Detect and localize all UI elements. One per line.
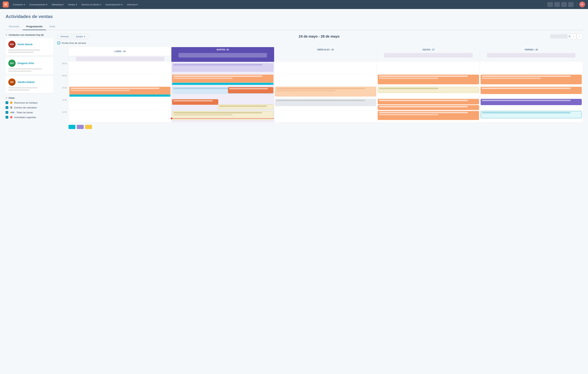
nav-automatizacion[interactable]: Automatización ▾ bbox=[103, 2, 125, 7]
legend-checkbox-hubspot[interactable]: ✓ bbox=[6, 101, 8, 104]
miercoles-badge bbox=[275, 53, 376, 57]
time-row-09-lunes bbox=[69, 74, 171, 86]
event-miercoles-10[interactable] bbox=[275, 87, 376, 97]
day-col-martes: MARTES -25 bbox=[171, 47, 274, 62]
tab-programacion[interactable]: Programación bbox=[23, 23, 46, 30]
events-col-martes: ▾ bbox=[171, 62, 274, 122]
contact-details bbox=[8, 87, 51, 91]
contact-header: KG Kevin García bbox=[8, 41, 51, 48]
event-viernes-10[interactable] bbox=[481, 87, 582, 94]
nav-action-btn-2[interactable] bbox=[554, 2, 560, 7]
event-line bbox=[482, 88, 571, 89]
time-row-10-miercoles bbox=[274, 86, 377, 98]
chevron-down-icon: ▼ bbox=[6, 34, 7, 36]
hide-weekends-checkbox[interactable]: ✓ bbox=[57, 42, 60, 44]
hubspot-logo[interactable]: H bbox=[3, 1, 9, 7]
nav-informes[interactable]: Informes ▾ bbox=[125, 2, 140, 7]
day-header-lunes: LUNES - 24 bbox=[69, 47, 171, 56]
main-layout: ▼ Contactos con reuniones hoy (3) KG Kev… bbox=[6, 30, 582, 131]
jueves-badge[interactable] bbox=[384, 53, 473, 57]
contacts-section-header[interactable]: ▼ Contactos con reuniones hoy (3) bbox=[6, 33, 53, 36]
tab-resumen[interactable]: Resumen bbox=[6, 23, 23, 30]
contact-detail-line bbox=[8, 70, 32, 72]
legend-checkbox-tasks[interactable]: ✓ bbox=[6, 111, 8, 114]
event-jueves-10-yellow[interactable] bbox=[378, 87, 479, 93]
event-martes-09-orange[interactable] bbox=[172, 75, 273, 83]
event-lunes-10-orange[interactable] bbox=[69, 87, 170, 95]
events-col-viernes bbox=[480, 62, 582, 122]
time-row-09-martes: ▾ bbox=[171, 74, 274, 86]
nav-action-btn-1[interactable] bbox=[547, 2, 553, 7]
nav-servicio[interactable]: Servicio al cliente ▾ bbox=[79, 2, 103, 7]
calendar-next-button[interactable]: › bbox=[577, 33, 582, 39]
event-martes-12-yellow[interactable] bbox=[172, 111, 273, 120]
time-row-12-jueves bbox=[377, 110, 480, 122]
team-filter-button[interactable]: Equipo ▾ bbox=[73, 34, 88, 39]
time-labels: 08:00 09:00 10:00 11:00 12:00 bbox=[57, 62, 68, 122]
event-line bbox=[173, 100, 213, 101]
event-line bbox=[173, 64, 262, 66]
time-row-10-jueves bbox=[377, 86, 480, 98]
legend-checkbox-suggested[interactable]: ✓ bbox=[6, 116, 8, 119]
legend-calendar-events: ✓ Eventos del calendario bbox=[6, 106, 53, 109]
event-martes-10-orange-sm[interactable] bbox=[228, 87, 273, 93]
chevron-right-icon: › bbox=[579, 35, 580, 38]
nav-conversaciones[interactable]: Conversaciones ▾ bbox=[27, 2, 50, 7]
contact-card-kevin[interactable]: KG Kevin García bbox=[6, 38, 53, 55]
time-row-08-lunes bbox=[69, 62, 171, 74]
viernes-badge[interactable] bbox=[487, 53, 576, 57]
nav-action-btn-4[interactable] bbox=[568, 2, 574, 7]
contact-name-sandra: Sandra Dubois bbox=[18, 81, 35, 83]
time-slot-08: 08:00 bbox=[57, 62, 68, 74]
contact-avatar-gregorio: GO bbox=[8, 60, 16, 67]
event-martes-08-purple[interactable] bbox=[172, 63, 273, 72]
legend-section: ▼ Clave ✓ Reuniones de HubSpot ✓ Eventos… bbox=[6, 97, 53, 119]
event-miercoles-11[interactable] bbox=[275, 99, 376, 106]
event-jueves-12[interactable] bbox=[378, 111, 479, 120]
event-viernes-09[interactable] bbox=[481, 75, 582, 84]
event-martes-11-orange[interactable] bbox=[172, 99, 218, 105]
nav-contactos[interactable]: Contactos ▾ bbox=[11, 2, 27, 7]
time-row-08-jueves bbox=[377, 62, 480, 74]
contact-avatar-sandra: SD bbox=[8, 78, 16, 86]
lunes-badge[interactable] bbox=[76, 57, 164, 61]
event-jueves-11-orange-1[interactable] bbox=[378, 99, 479, 104]
week-view-button[interactable]: Semana bbox=[57, 34, 72, 39]
chevron-left-icon: ‹ bbox=[573, 35, 574, 38]
calendar-filter-dropdown[interactable] bbox=[550, 34, 567, 38]
calendar-grid: LUNES - 24 MARTES -25 bbox=[57, 47, 582, 131]
chevron-right-icon: ▾ bbox=[169, 95, 169, 97]
event-jueves-09[interactable] bbox=[378, 75, 479, 84]
current-time-indicator bbox=[171, 118, 274, 119]
event-martes-teal-bar[interactable]: ▾ bbox=[172, 83, 273, 85]
event-line bbox=[173, 112, 262, 113]
legend-checkbox-calendar[interactable]: ✓ bbox=[6, 106, 8, 109]
event-line bbox=[71, 90, 130, 91]
event-line bbox=[482, 100, 571, 101]
nav-right: U bbox=[547, 1, 585, 7]
time-row-08-martes bbox=[171, 62, 274, 74]
chevron-down-icon[interactable]: ▾ bbox=[569, 35, 570, 38]
event-martes-11-yellow[interactable] bbox=[218, 104, 273, 109]
event-jueves-11-orange-2[interactable] bbox=[378, 105, 479, 110]
contact-detail-line bbox=[8, 89, 29, 91]
nav-marketing[interactable]: Marketing ▾ bbox=[50, 2, 66, 7]
nav-ventas[interactable]: Ventas ▾ bbox=[66, 2, 79, 7]
event-lunes-teal-bar[interactable]: ▾ bbox=[69, 95, 170, 97]
nav-action-btn-3[interactable] bbox=[561, 2, 567, 7]
event-line bbox=[276, 90, 336, 91]
tab-feed[interactable]: Feed bbox=[46, 23, 58, 30]
legend-header[interactable]: ▼ Clave bbox=[6, 97, 53, 99]
time-slot-09: 09:00 bbox=[57, 74, 68, 86]
event-viernes-12-teal[interactable] bbox=[481, 111, 582, 118]
user-avatar[interactable]: U bbox=[579, 1, 585, 7]
martes-badge[interactable] bbox=[178, 53, 267, 57]
calendar-prev-button[interactable]: ‹ bbox=[571, 33, 576, 39]
contact-card-sandra[interactable]: SD Sandra Dubois bbox=[6, 76, 53, 93]
contact-card-gregorio[interactable]: GO Gregorio Ortiz bbox=[6, 57, 53, 74]
bottom-badge-yellow bbox=[85, 125, 92, 129]
event-viernes-11-purple[interactable] bbox=[481, 99, 582, 105]
event-line bbox=[379, 76, 468, 77]
time-row-12-lunes bbox=[69, 110, 171, 122]
event-line bbox=[229, 88, 268, 89]
